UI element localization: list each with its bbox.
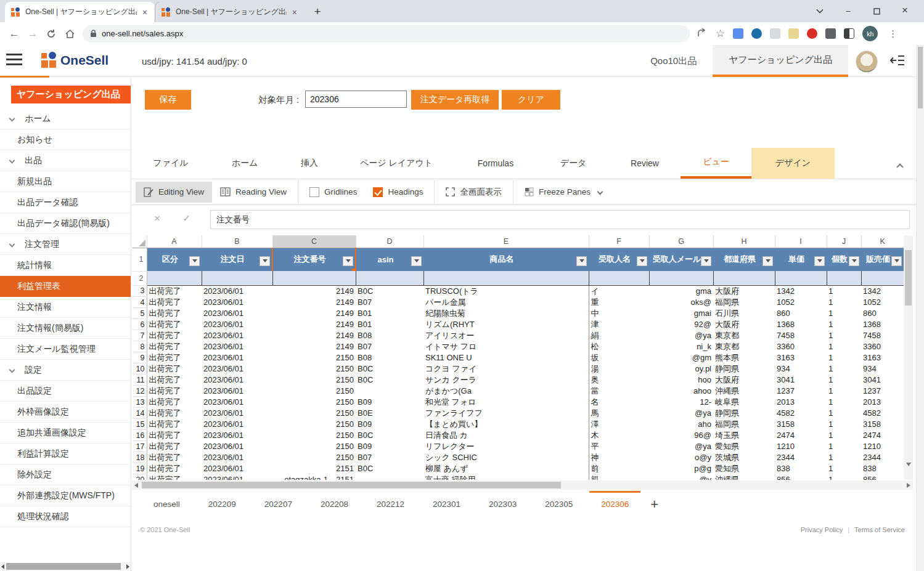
cell[interactable] [272, 271, 356, 285]
cell-order[interactable]: 2149 [272, 330, 356, 341]
cell-order[interactable]: 2149 [272, 319, 356, 330]
cell-product[interactable]: リズム(RHYT [423, 319, 589, 330]
cell-price[interactable]: 3360 [775, 341, 827, 352]
cell-pref[interactable]: 愛知県 [713, 463, 775, 474]
cell-total[interactable]: 2013 [861, 397, 904, 408]
cell-kubun[interactable]: 出荷完了 [147, 441, 202, 452]
column-header-B[interactable]: B [202, 235, 272, 248]
cell-email[interactable]: oks@ [649, 297, 713, 308]
cell-qty[interactable]: 1 [827, 430, 861, 441]
cell-email[interactable]: @gm [649, 352, 713, 363]
cell-price[interactable]: 3163 [775, 352, 827, 363]
cell-date[interactable]: 2023/06/01 [202, 352, 272, 363]
ribbon-tab[interactable]: デザイン [751, 148, 835, 179]
cell-order[interactable]: 2149 [272, 297, 356, 308]
cell-total[interactable]: 1052 [861, 297, 904, 308]
cell-name[interactable]: 奥 [589, 375, 649, 386]
cell-order[interactable]: 2150 [272, 441, 356, 452]
row-number[interactable]: 17 [133, 441, 147, 452]
cell-pref[interactable]: 沖縄県 [713, 474, 775, 480]
cell-date[interactable]: 2023/06/01 [202, 363, 272, 375]
cell-product[interactable]: 日清食品 カ [423, 430, 589, 441]
sidebar-item[interactable]: お知らせ [0, 129, 131, 150]
row-number[interactable]: 20 [133, 474, 147, 480]
cell-name[interactable]: 松 [589, 341, 649, 352]
cell[interactable] [827, 271, 861, 285]
scroll-thumb[interactable] [6, 563, 121, 570]
cell-price[interactable]: 860 [775, 308, 827, 319]
cell[interactable] [713, 271, 775, 285]
cell-qty[interactable]: 1 [827, 319, 861, 330]
cell-pref[interactable]: 静岡県 [713, 363, 775, 375]
row-number[interactable]: 4 [133, 297, 147, 308]
filter-dropdown-icon[interactable] [576, 256, 587, 266]
filter-dropdown-icon[interactable] [763, 256, 773, 266]
cell-kubun[interactable]: 出荷完了 [147, 397, 202, 408]
cell-order[interactable]: 2150 [272, 419, 356, 430]
cell-pref[interactable]: 大阪府 [713, 319, 775, 330]
cell-pref[interactable]: 東京都 [713, 341, 775, 352]
cell-qty[interactable]: 1 [827, 352, 861, 363]
cell-kubun[interactable]: 出荷完了 [147, 386, 202, 397]
table-header-cell[interactable]: 注文日 [202, 248, 272, 271]
cell-kubun[interactable]: 出荷完了 [147, 430, 202, 441]
cell-total[interactable]: 1210 [861, 441, 904, 452]
table-header-cell[interactable]: 注文番号 [272, 248, 356, 271]
cell-kubun[interactable]: 出荷完了 [147, 352, 202, 363]
scroll-thumb[interactable] [905, 250, 912, 306]
cell-pref[interactable]: 静岡県 [713, 408, 775, 419]
cell-name[interactable]: 湯 [589, 363, 649, 375]
table-header-cell[interactable]: 個数 [827, 248, 861, 271]
sidebar-scrollbar[interactable] [0, 562, 131, 570]
cell-pref[interactable]: 熊本県 [713, 352, 775, 363]
row-number[interactable]: 15 [133, 419, 147, 430]
row-number[interactable]: 10 [133, 363, 147, 375]
window-chevron-icon[interactable] [806, 6, 834, 15]
formula-input[interactable]: 注文番号 [210, 210, 910, 229]
cell-total[interactable]: 856 [861, 474, 904, 480]
gridlines-toggle[interactable]: Gridlines [301, 182, 365, 203]
sheet-tab-202305[interactable]: 202305 [531, 491, 587, 518]
table-header-cell[interactable]: 販売価 [861, 248, 904, 271]
cell-qty[interactable]: 1 [827, 341, 861, 352]
refetch-orders-button[interactable]: 注文データ再取得 [411, 90, 499, 110]
cell-pref[interactable]: 沖縄県 [713, 386, 775, 397]
cell-kubun[interactable]: 出荷完了 [147, 330, 202, 341]
cell-pref[interactable]: 大阪府 [713, 285, 775, 297]
sidebar-item[interactable]: 外部連携設定(MWS/FTP) [0, 485, 131, 506]
cell-date[interactable]: 2023/06/01 [202, 474, 272, 480]
filter-dropdown-icon[interactable] [343, 256, 353, 266]
footer-link[interactable]: Privacy Policy [801, 526, 843, 533]
ribbon-tab[interactable]: ホーム [210, 148, 280, 179]
ribbon-tab[interactable]: 挿入 [280, 148, 339, 179]
cell-date[interactable]: 2023/06/01 [202, 397, 272, 408]
row-number[interactable]: 18 [133, 452, 147, 463]
column-header-A[interactable]: A [147, 235, 202, 248]
cell-price[interactable]: 3158 [775, 419, 827, 430]
cell-asin[interactable] [356, 386, 423, 397]
cell-product[interactable]: リフレクター [423, 441, 589, 452]
adblock-icon[interactable] [807, 28, 817, 39]
column-header-J[interactable]: J [827, 235, 861, 248]
save-button[interactable]: 保存 [145, 90, 191, 110]
cell-date[interactable]: 2023/06/01 [202, 452, 272, 463]
cell-product[interactable]: がまかつ(Ga [423, 386, 589, 397]
column-header-C[interactable]: C [272, 235, 356, 248]
tab-close-icon[interactable]: × [141, 7, 149, 17]
sheet-tab-202212[interactable]: 202212 [362, 491, 419, 518]
table-header-cell[interactable]: 受取人メール [649, 248, 713, 271]
cell-order[interactable]: 2150 [272, 452, 356, 463]
cell-asin[interactable]: B07 [356, 341, 423, 352]
scroll-right-icon[interactable] [126, 564, 129, 569]
cell-email[interactable]: ni_k [649, 341, 713, 352]
cell-order[interactable]: 2150 [272, 397, 356, 408]
cell-qty[interactable]: 1 [827, 452, 861, 463]
ribbon-tab[interactable]: Formulas [454, 148, 538, 179]
cell-asin[interactable]: B0C [356, 363, 423, 375]
logout-icon[interactable] [890, 55, 905, 68]
row-number[interactable]: 6 [133, 319, 147, 330]
cell-qty[interactable]: 1 [827, 397, 861, 408]
cell-asin[interactable]: B07 [356, 452, 423, 463]
sidebar-item[interactable]: 出品データ確認 [0, 192, 131, 213]
cell-qty[interactable]: 1 [827, 386, 861, 397]
